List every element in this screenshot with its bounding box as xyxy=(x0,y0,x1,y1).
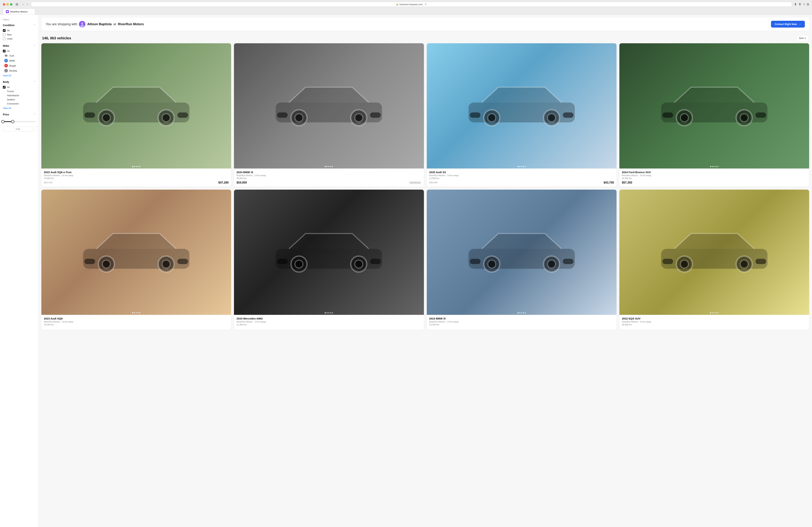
vehicle-card[interactable]: 2024 BMW iX RiverRun Motors · 14 km away… xyxy=(234,43,424,187)
vehicle-card[interactable]: 2023 Audi SQ8 RiverRun Motors · 14 km aw… xyxy=(41,190,231,330)
body-crossovers-option[interactable]: Crossovers xyxy=(3,102,35,106)
condition-all-checkbox[interactable] xyxy=(3,29,5,32)
price-slider-container xyxy=(3,118,35,127)
reload-icon[interactable]: ↻ xyxy=(425,3,427,6)
condition-used-option[interactable]: Used xyxy=(3,37,35,41)
price-min-input[interactable] xyxy=(3,127,33,132)
body-hatchbacks-label: Hatchbacks xyxy=(7,94,19,97)
carousel-dot xyxy=(136,312,137,313)
tabs-btn[interactable]: ⧉ xyxy=(807,2,809,6)
carousel-dot xyxy=(137,166,139,167)
svg-rect-40 xyxy=(177,259,188,264)
price-max-thumb[interactable] xyxy=(11,120,14,123)
vehicle-dealer: RiverRun Motors · 14 km away xyxy=(44,174,229,177)
carousel-dot xyxy=(525,166,526,167)
vehicle-card[interactable]: 2024 BMW i5 RiverRun Motors · 14 km away… xyxy=(427,190,617,330)
sort-button[interactable]: Sort ▾ xyxy=(796,35,809,41)
back-btn[interactable]: ‹ xyxy=(21,2,25,6)
carousel-dot xyxy=(137,312,139,313)
carousel-dot xyxy=(327,166,328,167)
contact-right-now-button[interactable]: Contact Right Now → xyxy=(771,21,805,28)
vehicle-km: 36,503 km xyxy=(236,177,421,180)
sort-chevron-icon: ▾ xyxy=(804,37,806,39)
price-slider-track[interactable] xyxy=(3,121,35,122)
condition-section: Condition ⌃ All New Used xyxy=(3,24,35,41)
vehicle-info: 2024 BMW iX RiverRun Motors · 14 km away… xyxy=(234,168,424,187)
svg-rect-47 xyxy=(370,259,380,264)
vehicle-dealer: RiverRun Motors · 14 km away xyxy=(622,320,807,323)
body-header[interactable]: Body ⌃ xyxy=(3,80,35,84)
body-view-all-link[interactable]: View All xyxy=(3,107,11,109)
condition-all-option[interactable]: All xyxy=(3,28,35,33)
url-text: business.heyauto.com xyxy=(400,3,423,6)
svg-rect-54 xyxy=(563,259,574,264)
filters-title: Filters xyxy=(3,18,35,21)
svg-rect-53 xyxy=(470,259,480,264)
vehicle-info: 2024 Ford Bronco SUV RiverRun Motors · 1… xyxy=(619,168,809,187)
car-image-placeholder xyxy=(234,43,424,168)
vehicle-price: $47,280 xyxy=(218,181,229,184)
vehicle-name: 2024 BMW i5 xyxy=(429,317,614,320)
body-all-option[interactable]: All xyxy=(3,85,35,89)
carousel-dot xyxy=(328,166,329,167)
price-min-thumb[interactable] xyxy=(1,120,4,123)
body-sedans-option[interactable]: Sedans xyxy=(3,97,35,102)
svg-point-58 xyxy=(548,260,555,268)
body-all-checkbox[interactable] xyxy=(3,86,5,89)
share-btn[interactable]: ⬆ xyxy=(799,2,801,6)
maximize-traffic-light[interactable] xyxy=(10,3,12,5)
svg-point-65 xyxy=(740,260,748,268)
active-tab[interactable]: RiverRun Motors xyxy=(3,9,35,15)
vehicle-card[interactable]: 2024 Mercedes-AMG RiverRun Motors · 14 k… xyxy=(234,190,424,330)
condition-new-checkbox[interactable] xyxy=(3,33,5,36)
make-audi-option[interactable]: Audi xyxy=(3,53,35,58)
body-all-label: All xyxy=(7,86,10,89)
svg-point-35 xyxy=(680,114,688,122)
make-view-all-link[interactable]: View All xyxy=(3,74,11,77)
condition-new-option[interactable]: New xyxy=(3,33,35,37)
condition-header[interactable]: Condition ⌃ xyxy=(3,24,35,27)
carousel-dot xyxy=(134,312,135,313)
vehicle-name: 2024 BMW iX xyxy=(236,171,421,174)
download-btn[interactable]: ⬇ xyxy=(794,2,797,6)
lock-icon: 🔒 xyxy=(396,3,398,5)
vehicle-image xyxy=(619,190,809,315)
make-all-option[interactable]: All xyxy=(3,49,35,53)
vehicle-price-row: $54,000New Arrival xyxy=(236,181,421,184)
vehicle-card[interactable]: 2024 Ford Bronco SUV RiverRun Motors · 1… xyxy=(619,43,809,187)
make-bugati-option[interactable]: B Bugati xyxy=(3,63,35,68)
price-max-input[interactable] xyxy=(35,127,39,132)
forward-btn[interactable]: › xyxy=(26,2,29,6)
carousel-dot xyxy=(519,166,520,167)
carousel-dot xyxy=(717,312,719,313)
vehicle-price-row: $49,394$43,700 xyxy=(429,181,614,184)
address-bar[interactable]: 🔒 business.heyauto.com ↻ xyxy=(31,2,792,7)
make-bentley-option[interactable]: ▲ Bentley xyxy=(3,68,35,73)
make-all-checkbox[interactable] xyxy=(3,50,5,52)
vehicle-price-row: $57,350 xyxy=(622,181,807,184)
vehicle-card[interactable]: 2022 Audi SQ6 e-Tron RiverRun Motors · 1… xyxy=(41,43,231,187)
vehicle-image xyxy=(619,43,809,168)
body-trucks-option[interactable]: Trucks xyxy=(3,89,35,93)
carousel-dot xyxy=(330,166,331,167)
carousel-dot xyxy=(710,312,711,313)
minimize-traffic-light[interactable] xyxy=(6,3,9,5)
svg-point-63 xyxy=(680,260,688,268)
new-tab-btn[interactable]: + xyxy=(803,2,805,6)
vehicle-grid: 2022 Audi SQ6 e-Tron RiverRun Motors · 1… xyxy=(39,43,812,333)
carousel-dot xyxy=(134,166,135,167)
vehicle-price: $54,000 xyxy=(236,181,247,184)
condition-used-checkbox[interactable] xyxy=(3,37,5,40)
close-traffic-light[interactable] xyxy=(3,3,5,5)
sidebar-toggle-btn[interactable]: ⊞ xyxy=(14,2,19,6)
main-content: You are shopping with Allison Baptista a… xyxy=(39,15,812,527)
vehicle-card[interactable]: 2025 Audi S3 RiverRun Motors · 14 km awa… xyxy=(427,43,617,187)
carousel-dots xyxy=(325,166,333,167)
agent-name: Allison Baptista xyxy=(87,22,112,26)
vehicle-card[interactable]: 2022 EQS SUV RiverRun Motors · 14 km awa… xyxy=(619,190,809,330)
body-hatchbacks-option[interactable]: Hatchbacks xyxy=(3,93,35,97)
make-bmw-option[interactable]: BMW xyxy=(3,58,35,63)
price-header[interactable]: Price ⌃ xyxy=(3,113,35,116)
vehicle-km: 31,495 km xyxy=(236,323,421,326)
make-header[interactable]: Make ⌃ xyxy=(3,44,35,47)
